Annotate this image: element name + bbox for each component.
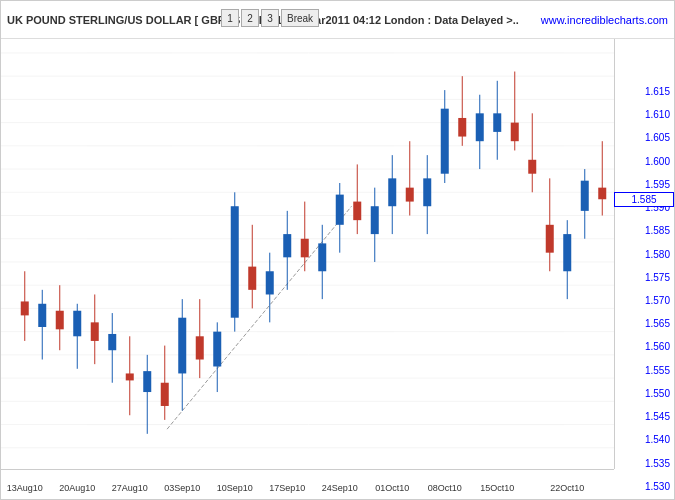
- break-button[interactable]: Break: [281, 9, 319, 27]
- y-axis-label: 1.550: [645, 387, 670, 398]
- chart-toolbar: 1 2 3 Break: [221, 9, 319, 27]
- x-axis-label: 24Sep10: [322, 483, 358, 493]
- x-axis-label: 03Sep10: [164, 483, 200, 493]
- y-axis-label: 1.585: [645, 225, 670, 236]
- toolbar-btn-2[interactable]: 2: [241, 9, 259, 27]
- candlestick-chart: [1, 39, 614, 469]
- y-axis: 1.6151.6101.6051.6001.5951.5901.5851.580…: [614, 39, 674, 469]
- current-price-marker: 1.585: [614, 192, 674, 207]
- x-axis: 13Aug1020Aug1027Aug1003Sep1010Sep1017Sep…: [1, 469, 614, 499]
- toolbar-btn-3[interactable]: 3: [261, 9, 279, 27]
- y-axis-label: 1.555: [645, 364, 670, 375]
- y-axis-label: 1.530: [645, 480, 670, 491]
- y-axis-label: 1.560: [645, 341, 670, 352]
- x-axis-label: 01Oct10: [375, 483, 409, 493]
- y-axis-label: 1.540: [645, 434, 670, 445]
- toolbar-btn-1[interactable]: 1: [221, 9, 239, 27]
- chart-canvas: [1, 39, 614, 469]
- chart-url: www.incrediblecharts.com: [541, 14, 668, 26]
- y-axis-label: 1.565: [645, 318, 670, 329]
- chart-header: UK POUND STERLING/US DOLLAR [ GBPUSD ]:D…: [1, 1, 674, 39]
- x-axis-label: 22Oct10: [550, 483, 584, 493]
- y-axis-label: 1.595: [645, 178, 670, 189]
- y-axis-label: 1.575: [645, 271, 670, 282]
- y-axis-label: 1.600: [645, 155, 670, 166]
- x-axis-label: 10Sep10: [217, 483, 253, 493]
- x-axis-label: 13Aug10: [7, 483, 43, 493]
- y-axis-label: 1.570: [645, 294, 670, 305]
- chart-container: UK POUND STERLING/US DOLLAR [ GBPUSD ]:D…: [0, 0, 675, 500]
- y-axis-label: 1.605: [645, 132, 670, 143]
- y-axis-label: 1.610: [645, 109, 670, 120]
- y-axis-label: 1.615: [645, 85, 670, 96]
- y-axis-label: 1.580: [645, 248, 670, 259]
- x-axis-label: 17Sep10: [269, 483, 305, 493]
- y-axis-label: 1.535: [645, 457, 670, 468]
- x-axis-label: 27Aug10: [112, 483, 148, 493]
- x-axis-label: 08Oct10: [428, 483, 462, 493]
- y-axis-label: 1.545: [645, 411, 670, 422]
- x-axis-label: 15Oct10: [480, 483, 514, 493]
- x-axis-label: 20Aug10: [59, 483, 95, 493]
